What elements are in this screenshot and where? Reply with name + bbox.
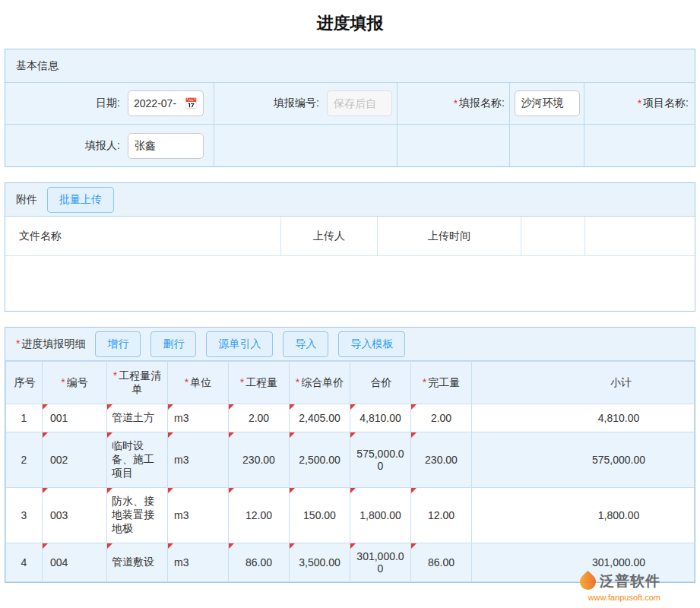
col-total: 合价 [350, 362, 411, 404]
cell-price[interactable]: 2,500.00 [290, 432, 350, 488]
basic-info-panel: 基本信息 日期: 2022-07- 📅 填报编号: * 填报名称: * 项目名称… [5, 49, 695, 167]
col-code: *编号 [43, 362, 107, 404]
detail-title: *进度填报明细 [16, 337, 85, 351]
date-label: 日期: [96, 97, 120, 110]
date-value: 2022-07- [134, 97, 176, 109]
cell-no: 3 [6, 488, 43, 543]
project-name-label-cell: * 项目名称: [584, 83, 695, 125]
cell-price[interactable]: 150.00 [290, 488, 350, 543]
cell-unit[interactable]: m3 [168, 488, 229, 543]
cell-total[interactable]: 4,810.00 [350, 404, 411, 432]
cell-subtotal: 1,800.00 [472, 488, 695, 543]
cell-qty[interactable]: 230.00 [229, 432, 290, 488]
detail-table: 序号 *编号 *工程量清单 *单位 *工程量 *综合单价 合价 *完工量 小计 … [5, 361, 695, 582]
cell-total[interactable]: 1,800.00 [350, 488, 411, 543]
col-subtotal: 小计 [472, 362, 695, 404]
project-name-label: 项目名称: [643, 97, 689, 110]
report-name-label-cell: * 填报名称: [398, 83, 510, 125]
report-name-label: 填报名称: [459, 97, 505, 110]
attachments-header: 附件 批量上传 [5, 183, 695, 217]
add-row-button[interactable]: 增行 [95, 331, 141, 357]
cell-subtotal: 4,810.00 [472, 404, 695, 432]
cell-done[interactable]: 230.00 [411, 432, 472, 488]
cell-code[interactable]: 004 [43, 543, 107, 582]
source-import-button[interactable]: 源单引入 [206, 331, 273, 357]
filler-cell: 填报人: [5, 125, 214, 166]
required-marker: * [454, 97, 458, 109]
empty-cell [214, 125, 398, 166]
watermark-brand: 泛普软件 [600, 572, 660, 591]
watermark-url: www.fanpusoft.com [580, 593, 660, 602]
report-no-input[interactable] [327, 90, 392, 116]
attachments-panel: 附件 批量上传 文件名称 上传人 上传时间 [5, 182, 695, 312]
report-no-label: 填报编号: [274, 97, 319, 110]
table-row: 2 002 临时设备、施工项目 m3 230.00 2,500.00 575,0… [6, 432, 695, 488]
detail-header-bar: *进度填报明细 增行 删行 源单引入 导入 导入模板 [5, 328, 695, 361]
report-no-cell: 填报编号: [214, 83, 398, 125]
cell-subtotal: 575,000.00 [472, 432, 695, 488]
cell-item[interactable]: 管道敷设 [107, 543, 168, 582]
watermark: 泛普软件 www.fanpusoft.com [580, 572, 660, 602]
calendar-icon[interactable]: 📅 [185, 98, 198, 109]
cell-unit[interactable]: m3 [168, 432, 229, 488]
col-unit: *单位 [168, 362, 229, 404]
cell-no: 4 [6, 543, 43, 582]
col-qty: *工程量 [229, 362, 290, 404]
required-marker: * [638, 97, 641, 109]
cell-done[interactable]: 2.00 [411, 404, 472, 432]
cell-done[interactable]: 12.00 [411, 488, 472, 543]
col-upload-time: 上传时间 [378, 217, 521, 256]
empty-cell [584, 125, 695, 166]
cell-price[interactable]: 3,500.00 [290, 543, 350, 582]
table-row: 3 003 防水、接地装置接地极 m3 12.00 150.00 1,800.0… [6, 488, 695, 543]
basic-info-grid: 日期: 2022-07- 📅 填报编号: * 填报名称: * 项目名称: 填报人… [5, 83, 695, 166]
cell-total[interactable]: 575,000.00 [350, 432, 411, 488]
col-empty [585, 217, 695, 256]
cell-item[interactable]: 临时设备、施工项目 [107, 432, 168, 488]
attachments-table-header: 文件名称 上传人 上传时间 [5, 217, 695, 256]
batch-upload-button[interactable]: 批量上传 [47, 187, 114, 213]
cell-no: 1 [6, 404, 43, 432]
cell-qty[interactable]: 86.00 [229, 543, 290, 582]
basic-info-header: 基本信息 [5, 49, 695, 83]
detail-header-row: 序号 *编号 *工程量清单 *单位 *工程量 *综合单价 合价 *完工量 小计 [6, 362, 695, 404]
col-done: *完工量 [411, 362, 472, 404]
attachments-empty-area [5, 256, 695, 311]
col-item: *工程量清单 [107, 362, 168, 404]
cell-item[interactable]: 管道土方 [107, 404, 168, 432]
required-marker: * [16, 337, 20, 350]
cell-code[interactable]: 003 [43, 488, 107, 543]
col-uploader: 上传人 [281, 217, 378, 256]
cell-unit[interactable]: m3 [168, 543, 229, 582]
report-name-input[interactable] [515, 90, 580, 116]
col-price: *综合单价 [290, 362, 350, 404]
col-no: 序号 [6, 362, 43, 404]
filler-input[interactable] [128, 133, 204, 159]
cell-code[interactable]: 002 [43, 432, 107, 488]
col-empty [521, 217, 585, 256]
report-name-cell [510, 83, 584, 125]
cell-code[interactable]: 001 [43, 404, 107, 432]
cell-total[interactable]: 301,000.00 [350, 543, 411, 582]
cell-item[interactable]: 防水、接地装置接地极 [107, 488, 168, 543]
col-file-name: 文件名称 [5, 217, 281, 256]
page-title: 进度填报 [0, 0, 700, 49]
fanpu-logo-icon [577, 570, 600, 593]
filler-label: 填报人: [85, 139, 120, 153]
basic-info-title: 基本信息 [16, 59, 59, 73]
cell-unit[interactable]: m3 [168, 404, 229, 432]
attachments-title: 附件 [16, 193, 37, 207]
table-row: 1 001 管道土方 m3 2.00 2,405.00 4,810.00 2.0… [6, 404, 695, 432]
delete-row-button[interactable]: 删行 [150, 331, 196, 357]
cell-no: 2 [6, 432, 43, 488]
import-template-button[interactable]: 导入模板 [338, 331, 405, 357]
cell-done[interactable]: 86.00 [411, 543, 472, 582]
cell-qty[interactable]: 2.00 [229, 404, 290, 432]
date-cell: 日期: 2022-07- 📅 [5, 83, 214, 125]
cell-qty[interactable]: 12.00 [229, 488, 290, 543]
detail-panel: *进度填报明细 增行 删行 源单引入 导入 导入模板 序号 *编号 *工程量清单… [5, 327, 695, 583]
date-input[interactable]: 2022-07- 📅 [128, 90, 204, 116]
cell-price[interactable]: 2,405.00 [290, 404, 350, 432]
empty-cell [398, 125, 510, 166]
import-button[interactable]: 导入 [283, 331, 328, 357]
